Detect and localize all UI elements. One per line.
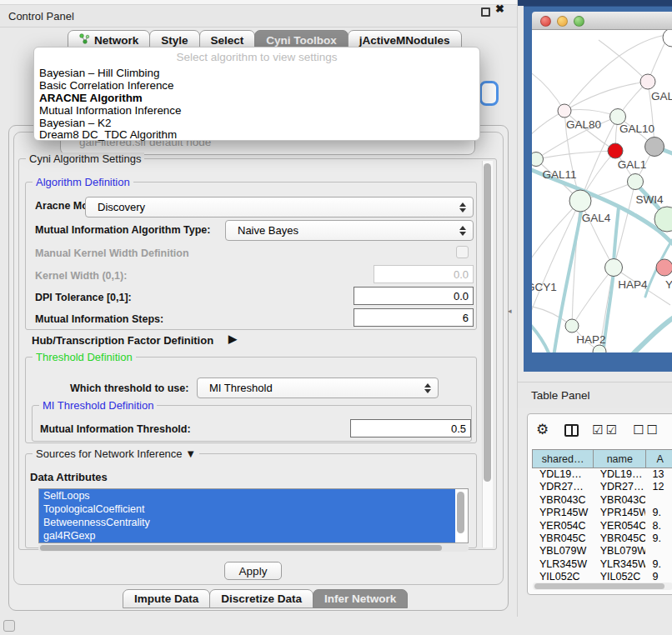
mi-algorithm-type-value: Naive Bayes	[238, 224, 298, 237]
kernel-width-field[interactable]: 0.0	[374, 265, 474, 283]
mi-algorithm-type-combo[interactable]: Naive Bayes	[225, 220, 474, 241]
mi-steps-field[interactable]: 6	[354, 308, 474, 327]
data-attributes-list[interactable]: SelfLoopsTopologicalCoefficientBetweenne…	[38, 488, 469, 543]
tab-infer-network[interactable]: Infer Network	[313, 589, 408, 608]
combo-arrows-icon	[424, 378, 431, 398]
algorithm-option-basic-correlation-inference[interactable]: Basic Correlation Inference	[34, 80, 479, 92]
network-node[interactable]	[608, 143, 623, 158]
network-node[interactable]	[645, 138, 664, 157]
algorithm-option-bayesian-k2[interactable]: Bayesian – K2	[34, 118, 479, 130]
restore-panel-button[interactable]	[3, 620, 15, 632]
network-node-gal[interactable]	[640, 74, 655, 89]
apply-button[interactable]: Apply	[224, 562, 282, 580]
close-traffic-light[interactable]	[540, 16, 551, 27]
focused-combo-fragment	[479, 81, 499, 106]
aracne-mode-combo[interactable]: Discovery	[85, 197, 474, 218]
table-row[interactable]: YDR27…YDR27…12	[533, 481, 672, 493]
split-columns-icon[interactable]	[564, 424, 579, 437]
table-hscroll-thumb[interactable]	[534, 583, 664, 589]
attribute-item-gal4rgexp[interactable]: gal4RGexp	[39, 529, 455, 542]
table-cell: YPR145W	[594, 507, 646, 519]
table-header-row: shared…nameA	[533, 449, 672, 468]
dpi-tolerance-field[interactable]: 0.0	[354, 287, 474, 305]
float-panel-button[interactable]	[481, 8, 490, 17]
table-row[interactable]: YBR043CYBR043C	[533, 494, 672, 507]
minimize-traffic-light[interactable]	[557, 16, 568, 27]
column-header-a[interactable]: A	[645, 449, 672, 468]
attribute-item-betweennesscentrality[interactable]: BetweennessCentrality	[39, 516, 455, 529]
table-cell: YDL19…	[594, 468, 646, 481]
network-edge[interactable]	[564, 82, 648, 111]
network-node-label: GCY1	[532, 281, 557, 293]
manual-kernel-checkbox[interactable]	[456, 246, 469, 258]
network-edge-highlighted[interactable]	[630, 314, 672, 352]
algorithm-option-dream8-dc-tdc-algorithm[interactable]: Dream8 DC_TDC Algorithm	[34, 129, 479, 142]
network-edge[interactable]	[564, 111, 615, 151]
network-node-gal4[interactable]	[569, 190, 591, 212]
table-panel: ⚙☑☑☐☐ shared…nameA YDL19…YDL19…13YDR27…Y…	[527, 413, 672, 595]
aracne-mode-value: Discovery	[98, 201, 145, 213]
sources-collapse-arrow-icon[interactable]: ▼	[185, 448, 196, 460]
table-cell: YBR045C	[594, 532, 646, 545]
kernel-width-label: Kernel Width (0,1):	[35, 270, 127, 282]
gear-icon[interactable]: ⚙	[536, 419, 551, 441]
mi-threshold-field[interactable]: 0.5	[350, 419, 471, 438]
network-node-gal11[interactable]	[532, 152, 544, 167]
network-window-titlebar[interactable]	[532, 12, 672, 30]
algorithm-option-bayesian-hill-climbing[interactable]: Bayesian – Hill Climbing	[34, 68, 479, 80]
network-node-gal80[interactable]	[558, 104, 571, 118]
combo-arrows-icon	[459, 221, 466, 240]
table-cell: 13	[645, 468, 672, 481]
attribute-item-topologicalcoefficient[interactable]: TopologicalCoefficient	[39, 502, 455, 516]
network-node-hap4[interactable]	[605, 259, 623, 277]
table-row[interactable]: YDL19…YDL19…13	[533, 468, 672, 481]
hub-expand-arrow-icon[interactable]: ▶	[228, 332, 237, 345]
table-cell: 9.	[645, 507, 672, 519]
network-edge[interactable]	[599, 40, 648, 82]
column-header-shared[interactable]: shared…	[532, 449, 594, 468]
divider-collapse-arrow[interactable]: ◂	[508, 307, 512, 315]
algorithm-dropdown-popup: Select algorithm to view settings Bayesi…	[33, 47, 480, 141]
sources-legend: Sources for Network Inference ▼	[33, 448, 199, 460]
table-cell: 9.	[645, 532, 672, 545]
zoom-traffic-light[interactable]	[574, 16, 584, 27]
tab-label: Network	[94, 34, 138, 47]
column-header-name[interactable]: name	[593, 449, 646, 468]
table-row[interactable]: YER054CYER054C8.	[533, 520, 672, 532]
tab-impute-data[interactable]: Impute Data	[123, 589, 210, 608]
table-row[interactable]: YBR045CYBR045C9.	[533, 532, 672, 545]
table-row[interactable]: YBL079WYBL079W	[533, 545, 672, 558]
network-node-label: HAP2	[576, 333, 605, 346]
which-threshold-combo[interactable]: MI Threshold	[197, 378, 439, 398]
table-cell: YER054C	[533, 520, 594, 532]
network-edge-highlighted[interactable]	[532, 315, 550, 352]
attributes-hscroll-track[interactable]	[38, 544, 469, 552]
table-cell: YBR043C	[533, 494, 594, 507]
select-all-checkboxes-icon[interactable]: ☑☑	[592, 419, 619, 441]
table-row[interactable]: YLR345WYLR345W9.	[533, 558, 672, 571]
attribute-item-selfloops[interactable]: SelfLoops	[39, 489, 455, 502]
network-node-gal1[interactable]	[628, 174, 644, 190]
tab-label: Discretize Data	[221, 592, 302, 605]
attributes-hscroll-thumb[interactable]	[40, 545, 442, 551]
table-hscroll-track[interactable]	[533, 582, 672, 590]
attributes-vscroll-thumb[interactable]	[457, 492, 464, 533]
network-node-label: SWI4	[635, 193, 663, 206]
dpi-tolerance-label: DPI Tolerance [0,1]:	[35, 292, 132, 303]
algorithm-option-mutual-information-inference[interactable]: Mutual Information Inference	[34, 105, 479, 118]
table-body: YDL19…YDL19…13YDR27…YDR27…12YBR043CYBR04…	[533, 468, 672, 584]
settings-scrollbar-thumb[interactable]	[484, 163, 491, 482]
network-edge[interactable]	[532, 67, 564, 111]
table-row[interactable]: YPR145WYPR145W9.	[533, 507, 672, 519]
table-cell	[645, 545, 672, 558]
network-edge-highlighted[interactable]	[603, 208, 619, 352]
close-panel-button[interactable]: ✖	[495, 2, 504, 15]
network-node-y[interactable]	[656, 259, 672, 276]
network-canvas[interactable]: GALGAL80GAL10GAL1GAL11GAL4SWI4HAP4YGCY1H…	[532, 30, 672, 352]
tab-label: jActiveMNodules	[359, 34, 450, 47]
network-node-hap2[interactable]	[565, 319, 579, 332]
tab-discretize-data[interactable]: Discretize Data	[209, 589, 313, 608]
threshold-definition-legend: Threshold Definition	[33, 351, 136, 363]
deselect-all-checkboxes-icon[interactable]: ☐☐	[633, 419, 660, 441]
algorithm-option-aracne-algorithm[interactable]: ARACNE Algorithm	[34, 92, 479, 105]
